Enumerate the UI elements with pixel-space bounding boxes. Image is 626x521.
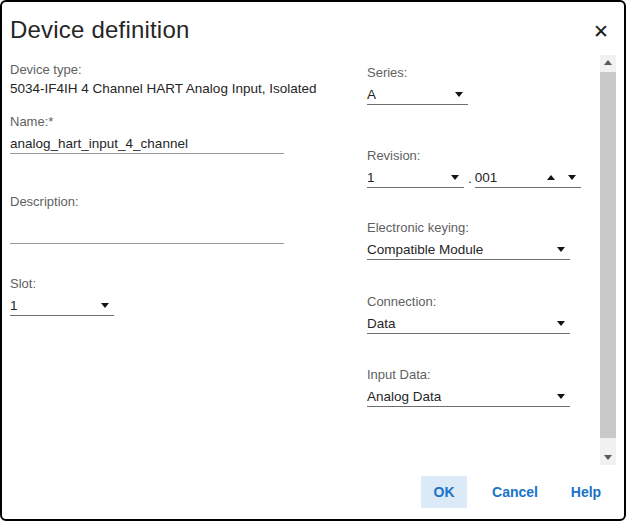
electronic-keying-field: Electronic keying: Compatible Module xyxy=(367,220,570,260)
scroll-up-icon[interactable] xyxy=(600,55,616,70)
chevron-down-icon xyxy=(451,175,459,180)
description-label: Description: xyxy=(10,194,284,209)
chevron-down-icon xyxy=(455,92,463,97)
revision-major-value: 1 xyxy=(367,170,375,185)
series-label: Series: xyxy=(367,65,468,80)
device-type-label: Device type: xyxy=(10,62,316,77)
revision-minor-value: 001 xyxy=(475,170,498,185)
revision-field: Revision: 1 . 001 xyxy=(367,148,581,188)
device-type-field: Device type: 5034-IF4IH 4 Channel HART A… xyxy=(10,62,316,96)
connection-field: Connection: Data xyxy=(367,294,570,334)
chevron-down-icon xyxy=(557,321,565,326)
name-input[interactable]: analog_hart_input_4_channel xyxy=(10,133,284,154)
series-dropdown[interactable]: A xyxy=(367,84,468,105)
scroll-down-icon[interactable] xyxy=(600,450,616,465)
input-data-value: Analog Data xyxy=(367,389,441,404)
connection-dropdown[interactable]: Data xyxy=(367,313,570,334)
vertical-scrollbar[interactable] xyxy=(600,55,616,465)
name-label: Name:* xyxy=(10,114,284,129)
cancel-button[interactable]: Cancel xyxy=(484,476,546,508)
description-field: Description: xyxy=(10,194,284,244)
slot-field: Slot: 1 xyxy=(10,276,114,316)
scrollbar-thumb[interactable] xyxy=(600,72,616,438)
name-field: Name:* analog_hart_input_4_channel xyxy=(10,114,284,154)
revision-major-dropdown[interactable]: 1 xyxy=(367,167,464,188)
chevron-down-icon xyxy=(101,303,109,308)
slot-value: 1 xyxy=(10,298,18,313)
input-data-field: Input Data: Analog Data xyxy=(367,367,570,407)
electronic-keying-label: Electronic keying: xyxy=(367,220,570,235)
close-icon[interactable]: ✕ xyxy=(588,18,614,44)
device-definition-dialog: Device definition ✕ Device type: 5034-IF… xyxy=(0,0,626,521)
revision-label: Revision: xyxy=(367,148,581,163)
dialog-title: Device definition xyxy=(10,16,190,44)
description-input[interactable] xyxy=(10,223,284,244)
input-data-dropdown[interactable]: Analog Data xyxy=(367,386,570,407)
connection-label: Connection: xyxy=(367,294,570,309)
input-data-label: Input Data: xyxy=(367,367,570,382)
spin-down-icon[interactable] xyxy=(568,175,576,180)
series-field: Series: A xyxy=(367,65,468,105)
revision-separator: . xyxy=(468,171,472,186)
spin-up-icon[interactable] xyxy=(547,175,555,180)
electronic-keying-value: Compatible Module xyxy=(367,242,483,257)
ok-button[interactable]: OK xyxy=(421,476,467,508)
chevron-down-icon xyxy=(557,394,565,399)
slot-label: Slot: xyxy=(10,276,114,291)
series-value: A xyxy=(367,87,376,102)
help-button[interactable]: Help xyxy=(560,476,612,508)
revision-minor-spinner[interactable]: 001 xyxy=(475,167,581,188)
chevron-down-icon xyxy=(557,247,565,252)
slot-dropdown[interactable]: 1 xyxy=(10,295,114,316)
device-type-value: 5034-IF4IH 4 Channel HART Analog Input, … xyxy=(10,81,316,96)
electronic-keying-dropdown[interactable]: Compatible Module xyxy=(367,239,570,260)
connection-value: Data xyxy=(367,316,396,331)
